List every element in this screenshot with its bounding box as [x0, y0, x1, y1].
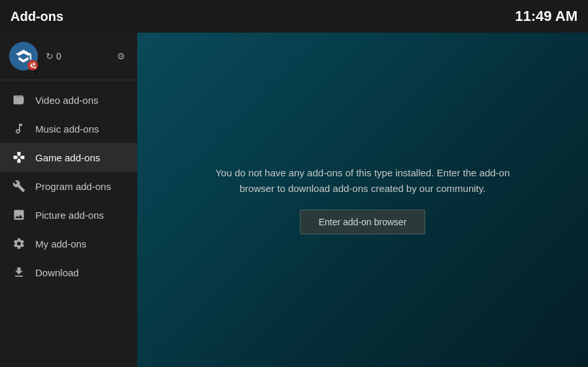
sidebar-item-download[interactable]: Download	[0, 258, 137, 287]
my-addons-icon	[12, 236, 26, 251]
sidebar: ☞ ↻ 0 ⚙ Video add-ons	[0, 33, 137, 367]
music-icon	[12, 121, 26, 136]
addon-avatar[interactable]: ☞	[9, 42, 38, 71]
clock: 11:49 AM	[515, 8, 578, 25]
enter-addon-browser-button[interactable]: Enter add-on browser	[300, 210, 426, 234]
settings-button[interactable]: ⚙	[112, 48, 128, 64]
header: Add-ons 11:49 AM	[0, 0, 588, 33]
sidebar-item-label: Music add-ons	[35, 123, 99, 135]
notification-count: 0	[56, 51, 61, 61]
sidebar-item-label: Picture add-ons	[35, 210, 104, 221]
sidebar-item-label: Program add-ons	[35, 181, 111, 192]
sidebar-nav: Video add-ons Music add-ons Game add-ons	[0, 80, 137, 292]
sidebar-item-video-addons[interactable]: Video add-ons	[0, 86, 137, 114]
program-icon	[12, 179, 26, 193]
sidebar-item-label: Video add-ons	[35, 95, 98, 106]
svg-rect-0	[14, 97, 24, 103]
picture-icon	[12, 208, 26, 222]
download-icon	[12, 265, 26, 279]
settings-icon: ⚙	[117, 51, 125, 61]
sidebar-item-music-addons[interactable]: Music add-ons	[0, 114, 137, 143]
refresh-icon: ↻	[46, 51, 54, 61]
page-title: Add-ons	[10, 9, 63, 24]
sidebar-item-label: Download	[35, 267, 79, 278]
sidebar-item-label: Game add-ons	[35, 152, 100, 163]
no-addons-message: You do not have any add-ons of this type…	[199, 165, 526, 197]
sidebar-item-label: My add-ons	[35, 238, 86, 249]
addon-badge	[27, 60, 38, 71]
refresh-button[interactable]: ↻ 0	[43, 48, 64, 64]
sidebar-header: ☞ ↻ 0 ⚙	[0, 33, 137, 80]
main-layout: ☞ ↻ 0 ⚙ Video add-ons	[0, 33, 588, 367]
game-icon	[12, 150, 26, 165]
sidebar-item-my-addons[interactable]: My add-ons	[0, 229, 137, 258]
sidebar-item-picture-addons[interactable]: Picture add-ons	[0, 200, 137, 229]
sidebar-item-game-addons[interactable]: Game add-ons	[0, 143, 137, 172]
content-message-block: You do not have any add-ons of this type…	[199, 165, 526, 234]
sidebar-item-program-addons[interactable]: Program add-ons	[0, 172, 137, 200]
content-area: You do not have any add-ons of this type…	[137, 33, 588, 367]
video-icon	[12, 93, 26, 107]
